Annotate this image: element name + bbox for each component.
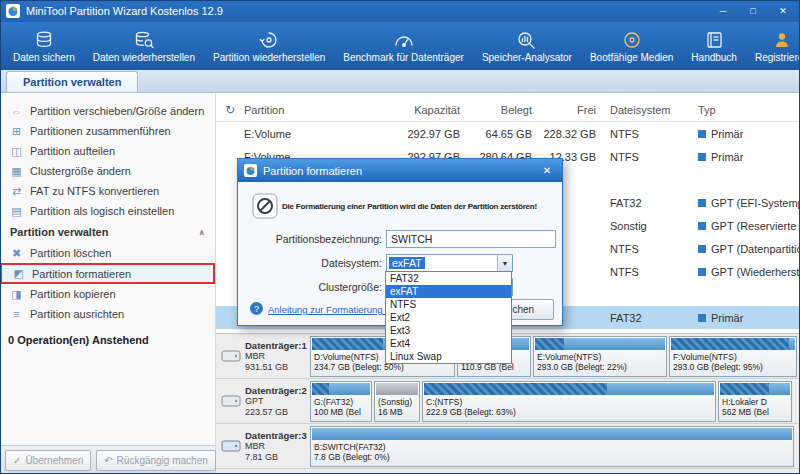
partition-block-c[interactable]: C:(NTFS)222.9 GB (Belegt: 63%) <box>422 381 716 422</box>
toolbar-registrieren[interactable]: Registrieren <box>746 22 800 70</box>
apply-bar: ✓Übernehmen ↶Rückgängig machen <box>0 445 216 474</box>
toolbar-item-label: Bootfähige Medien <box>590 52 673 63</box>
sidebar-item-delete-partition[interactable]: ✖Partition löschen <box>0 243 215 263</box>
toolbar-item-label: Daten sichern <box>13 52 75 63</box>
toolbar-item-label: Speicher-Analysator <box>482 52 572 63</box>
sidebar-item-merge[interactable]: ⊞Partitionen zusammenführen <box>0 121 215 141</box>
toolbar-item-label: Benchmark für Datenträger <box>343 52 464 63</box>
usage-bar <box>312 428 792 440</box>
filesystem-label: Dateisystem: <box>238 257 382 269</box>
toolbar-bootfaehige-medien[interactable]: Bootfähige Medien <box>581 22 682 70</box>
partition-recovery-icon <box>258 30 280 50</box>
column-belegt[interactable]: Belegt <box>460 104 532 116</box>
merge-icon: ⊞ <box>10 125 23 138</box>
type-color-square <box>698 314 706 322</box>
dialog-close-icon[interactable]: ✕ <box>538 165 556 176</box>
titlebar: MiniTool Partition Wizard Kostenlos 12.9… <box>0 0 800 22</box>
partition-block-e[interactable]: E:Volume(NTFS)293.0 GB (Belegt: 22%) <box>533 336 667 377</box>
dropdown-option-ext4[interactable]: Ext4 <box>386 337 511 350</box>
filesystem-combobox[interactable]: exFAT ▼ <box>386 254 513 272</box>
usage-bar <box>671 338 795 350</box>
column-kapazitaet[interactable]: Kapazität <box>372 104 460 116</box>
sidebar-item-format-partition[interactable]: ◩Partition formatieren <box>0 263 215 284</box>
minimize-button[interactable]: ─ <box>712 3 734 19</box>
dropdown-option-ext2[interactable]: Ext2 <box>386 311 511 324</box>
apply-button[interactable]: ✓Übernehmen <box>5 450 91 471</box>
toolbar-item-label: Handbuch <box>691 52 737 63</box>
column-frei[interactable]: Frei <box>532 104 596 116</box>
refresh-icon[interactable]: ↻ <box>216 103 244 117</box>
move-resize-icon: ⇔ <box>10 105 23 117</box>
usage-bar <box>424 383 714 395</box>
dropdown-option-linux-swap[interactable]: Linux Swap <box>386 350 511 363</box>
partition-block-b-switch[interactable]: B:SWITCH(FAT32)7.8 GB (Belegt: 0%) <box>310 426 794 467</box>
toolbar-item-label: Daten wiederherstellen <box>93 52 195 63</box>
toolbar-speicher-analysator[interactable]: Speicher-Analysator <box>473 22 581 70</box>
dropdown-option-fat32[interactable]: FAT32 <box>386 272 511 285</box>
bootable-media-icon <box>621 30 643 50</box>
toolbar-partition-wiederherstellen[interactable]: Partition wiederherstellen <box>204 22 334 70</box>
type-color-square <box>698 245 706 253</box>
partition-block-sonstig[interactable]: (Sonstig)16 MB <box>374 381 420 422</box>
format-help-link[interactable]: Anleitung zur Formatierung der Part <box>268 304 385 315</box>
tab-strip: Partition verwalten <box>0 70 800 93</box>
sidebar-item-set-logical[interactable]: ▤Partition als logisch einstellen <box>0 201 215 221</box>
toolbar-handbuch[interactable]: Handbuch <box>682 22 746 70</box>
data-recovery-icon <box>133 30 155 50</box>
space-analyzer-icon <box>516 30 538 50</box>
usage-bar <box>312 383 370 395</box>
cluster-size-icon: ▦ <box>10 165 23 178</box>
toolbar-benchmark[interactable]: Benchmark für Datenträger <box>334 22 473 70</box>
partition-block-h[interactable]: H:Lokaler D562 MB (Bel <box>718 381 792 422</box>
main-toolbar: Daten sichern Daten wiederherstellen Par… <box>0 22 800 70</box>
maximize-button[interactable]: □ <box>742 3 764 19</box>
convert-icon: ⇄ <box>10 185 23 198</box>
partition-label-input[interactable] <box>386 230 556 248</box>
dialog-titlebar: Partition formatieren ✕ <box>238 159 562 182</box>
partition-block-f[interactable]: F:Volume(NTFS)293.0 GB (Belegt: 95%) <box>669 336 797 377</box>
disk-2-label[interactable]: Datenträger:2GPT223.57 GB <box>216 379 310 423</box>
column-dateisystem[interactable]: Dateisystem <box>596 104 694 116</box>
column-typ[interactable]: Typ <box>694 104 800 116</box>
tab-partition-verwalten[interactable]: Partition verwalten <box>6 71 138 92</box>
sidebar-item-cluster-size[interactable]: ▦Clustergröße ändern <box>0 161 215 181</box>
sidebar-item-copy-partition[interactable]: ◨Partition kopieren <box>0 284 215 304</box>
dialog-title: Partition formatieren <box>263 165 362 177</box>
action-sidebar: ⇔Partition verschieben/Größe ändern ⊞Par… <box>0 93 216 445</box>
usage-bar <box>720 383 790 395</box>
app-logo-icon <box>6 4 20 18</box>
sidebar-item-move-resize[interactable]: ⇔Partition verschieben/Größe ändern <box>0 101 215 121</box>
sidebar-item-fat-to-ntfs[interactable]: ⇄FAT zu NTFS konvertieren <box>0 181 215 201</box>
dropdown-option-exfat[interactable]: exFAT <box>386 285 511 298</box>
dialog-logo-icon <box>244 164 257 177</box>
chevron-down-icon[interactable]: ▼ <box>497 255 512 271</box>
close-button[interactable]: ✕ <box>772 3 794 19</box>
disk-icon <box>221 393 241 409</box>
sidebar-item-align-partition[interactable]: ≡Partition ausrichten <box>0 304 215 324</box>
manual-icon <box>703 30 725 50</box>
disk-3-label[interactable]: Datenträger:3MBR7.81 GB <box>216 424 310 468</box>
undo-icon: ↶ <box>104 455 112 466</box>
pending-operations-label: 0 Operation(en) Anstehend <box>0 324 215 346</box>
disk-1-label[interactable]: Datenträger:1MBR931.51 GB <box>216 334 310 378</box>
help-icon: ? <box>250 302 263 315</box>
usage-bar <box>535 338 665 350</box>
cluster-size-label: Clustergröße: <box>238 281 382 293</box>
check-icon: ✓ <box>13 455 21 466</box>
toolbar-daten-sichern[interactable]: Daten sichern <box>4 22 84 70</box>
table-row[interactable]: E:Volume 292.97 GB 64.65 GB 228.32 GB NT… <box>216 122 800 145</box>
copy-partition-icon: ◨ <box>10 288 23 301</box>
sidebar-item-split[interactable]: ◫Partition aufteilen <box>0 141 215 161</box>
set-logical-icon: ▤ <box>10 205 23 218</box>
partition-block-g[interactable]: G:(FAT32)100 MB (Bel <box>310 381 372 422</box>
column-partition[interactable]: Partition <box>244 104 372 116</box>
dropdown-option-ntfs[interactable]: NTFS <box>386 298 511 311</box>
undo-button[interactable]: ↶Rückgängig machen <box>96 450 216 471</box>
partition-label-label: Partitionsbezeichnung: <box>238 233 382 245</box>
sidebar-section-partition-verwalten[interactable]: Partition verwalten ∧ <box>0 221 215 243</box>
dropdown-option-ext3[interactable]: Ext3 <box>386 324 511 337</box>
type-color-square <box>698 130 706 138</box>
toolbar-daten-wiederherstellen[interactable]: Daten wiederherstellen <box>84 22 204 70</box>
filesystem-dropdown-list: FAT32 exFAT NTFS Ext2 Ext3 Ext4 Linux Sw… <box>385 271 512 364</box>
type-color-square <box>698 153 706 161</box>
